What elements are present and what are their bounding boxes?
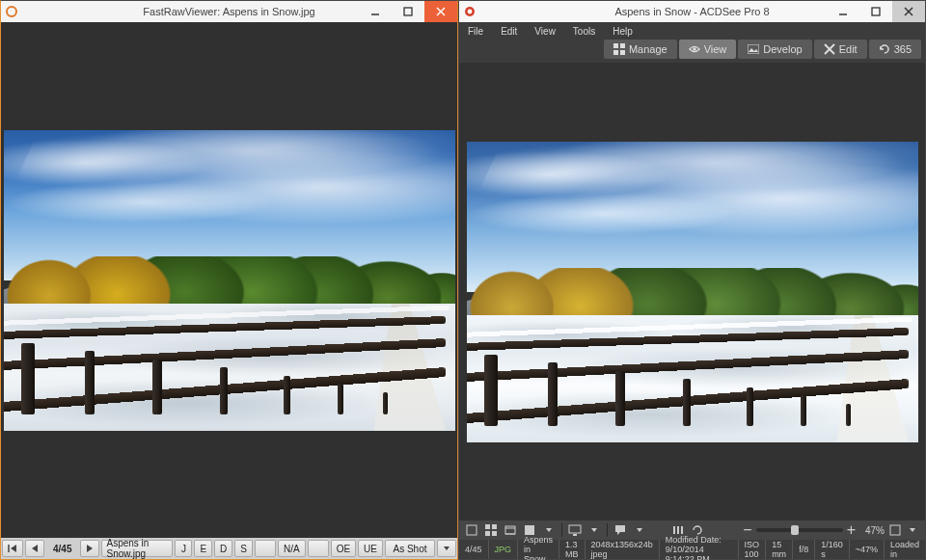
acd-titlebar[interactable]: Aspens in Snow - ACDSee Pro 8 [459, 1, 925, 22]
menu-help[interactable]: Help [604, 26, 641, 37]
svg-rect-13 [620, 43, 625, 48]
svg-rect-24 [492, 531, 497, 536]
acdsee-window: Aspens in Snow - ACDSee Pro 8 File Edit … [458, 0, 926, 560]
tab-edit-label: Edit [839, 43, 858, 55]
status-aperture: f/8 [792, 540, 814, 559]
status-loaded: Loaded in [884, 540, 925, 559]
frv-btn-na[interactable]: N/A [278, 540, 306, 557]
frv-statusbar: 4/45 Aspens in Snow.jpg J E D S N/A OE U… [1, 538, 457, 559]
status-filename: Aspens in Snow [517, 540, 558, 559]
frv-btn-ue[interactable]: UE [358, 540, 383, 557]
frv-btn-d[interactable]: D [214, 540, 232, 557]
frv-minimize-button[interactable] [359, 1, 392, 22]
tool-overview-icon[interactable] [465, 523, 478, 537]
svg-rect-20 [467, 525, 477, 535]
zoom-plus[interactable]: + [847, 521, 856, 539]
svg-rect-2 [404, 8, 412, 15]
acd-canvas[interactable] [459, 63, 925, 520]
refresh-icon [879, 43, 890, 55]
svg-rect-14 [613, 50, 618, 55]
tab-edit[interactable]: Edit [814, 40, 867, 59]
tool-film-icon[interactable] [504, 523, 517, 537]
status-counter: 4/45 [459, 540, 488, 559]
svg-rect-23 [485, 531, 490, 536]
zoom-fit-icon[interactable] [888, 523, 902, 537]
desktop: FastRawViewer: Aspens in Snow.jpg [0, 0, 926, 560]
eye-icon [689, 43, 700, 55]
frv-next-button[interactable] [80, 540, 99, 557]
zoom-track[interactable] [756, 528, 843, 532]
tab-develop[interactable]: Develop [738, 40, 811, 59]
acd-image [467, 142, 918, 442]
menu-tools[interactable]: Tools [564, 26, 604, 37]
tab-365-label: 365 [894, 43, 912, 55]
frv-maximize-button[interactable] [392, 1, 424, 22]
menu-view[interactable]: View [526, 26, 564, 37]
frv-image [4, 130, 455, 431]
frv-btn-blank[interactable] [255, 540, 276, 557]
tool-chat-icon[interactable] [613, 523, 627, 537]
acd-maximize-button[interactable] [859, 1, 892, 22]
frv-app-icon [1, 5, 22, 18]
frv-titlebar[interactable]: FastRawViewer: Aspens in Snow.jpg [1, 1, 457, 22]
image-icon [748, 43, 759, 55]
tool-dropdown3-icon[interactable] [633, 523, 646, 537]
frv-btn-blank2[interactable] [308, 540, 329, 557]
svg-rect-28 [525, 525, 534, 535]
frv-first-button[interactable] [2, 540, 23, 557]
status-zoom: ~47% [849, 540, 884, 559]
frv-counter: 4/45 [45, 544, 79, 554]
frv-btn-oe[interactable]: OE [331, 540, 356, 557]
tab-365[interactable]: 365 [869, 40, 921, 59]
tab-manage-label: Manage [629, 43, 667, 55]
acd-close-button[interactable] [892, 1, 925, 22]
tab-view[interactable]: View [679, 40, 737, 59]
acd-tabbar: Manage View Develop Edit 365 [459, 40, 925, 63]
svg-rect-21 [485, 524, 490, 529]
status-filesize: 1.3 MB [558, 540, 585, 559]
status-shutter: 1/160 s [814, 540, 849, 559]
svg-rect-22 [492, 524, 497, 529]
frv-filename[interactable]: Aspens in Snow.jpg [101, 540, 173, 557]
frv-btn-j[interactable]: J [175, 540, 192, 557]
acd-app-icon [459, 5, 480, 18]
zoom-minus[interactable]: − [743, 521, 751, 539]
svg-rect-29 [569, 525, 581, 533]
svg-rect-34 [890, 525, 900, 535]
tab-view-label: View [704, 43, 727, 55]
svg-rect-25 [505, 526, 515, 534]
tools-icon [824, 43, 835, 55]
svg-rect-9 [872, 8, 880, 15]
status-modified: Modified Date: 9/10/2014 9:14:22 PM [659, 540, 738, 559]
svg-point-16 [693, 47, 695, 50]
frv-btn-asshot[interactable]: As Shot [385, 540, 435, 557]
frv-btn-e[interactable]: E [194, 540, 212, 557]
zoom-value: 47% [865, 525, 885, 536]
status-iso: ISO 100 [738, 540, 766, 559]
frv-down-arrow-button[interactable] [437, 540, 456, 557]
tool-dropdown2-icon[interactable] [587, 523, 601, 537]
frv-prev-button[interactable] [25, 540, 44, 557]
tab-develop-label: Develop [763, 43, 802, 55]
status-focal: 15 mm [765, 540, 792, 559]
svg-rect-15 [620, 50, 625, 55]
svg-rect-17 [748, 44, 759, 54]
zoom-slider: − + 47% [743, 521, 919, 539]
frv-close-button[interactable] [424, 1, 457, 22]
menu-file[interactable]: File [459, 26, 492, 37]
frv-btn-s[interactable]: S [234, 540, 253, 557]
svg-point-7 [468, 10, 473, 14]
frv-canvas[interactable] [1, 22, 457, 538]
tool-screen-icon[interactable] [568, 523, 582, 537]
fastrawviewer-window: FastRawViewer: Aspens in Snow.jpg [0, 0, 458, 560]
status-filetype: JPG [488, 540, 518, 559]
zoom-dropdown-icon[interactable] [906, 523, 919, 537]
tool-grid-icon[interactable] [484, 523, 498, 537]
acd-minimize-button[interactable] [827, 1, 859, 22]
acd-statusbar: 4/45 JPG Aspens in Snow 1.3 MB 2048x1356… [459, 540, 925, 559]
grid-icon [613, 43, 625, 55]
menu-edit[interactable]: Edit [492, 26, 526, 37]
tab-manage[interactable]: Manage [604, 40, 677, 59]
status-dims: 2048x1356x24b jpeg [585, 540, 659, 559]
svg-point-0 [7, 7, 16, 16]
